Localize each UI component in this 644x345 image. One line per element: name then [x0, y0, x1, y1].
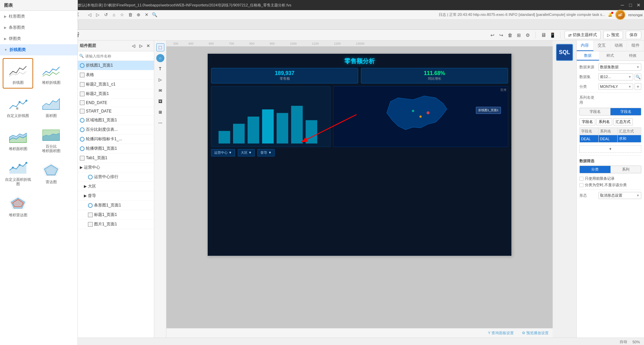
notification-dot: [611, 12, 613, 14]
summary-toggle-btn[interactable]: 汇总方式: [613, 118, 633, 125]
add-category-btn[interactable]: +: [635, 83, 641, 90]
close-panel-icon[interactable]: ✕: [145, 43, 151, 49]
filter-btn-3[interactable]: 督导 ▼: [257, 149, 275, 156]
maximize-button[interactable]: □: [628, 2, 633, 8]
field-name-cell: DEAL: [580, 135, 599, 143]
series-name-toggle-btn[interactable]: 系列名: [596, 118, 612, 125]
notification-button[interactable]: 🔔: [608, 13, 613, 17]
map-label: 亚洲: [500, 88, 506, 92]
more-icon-btn[interactable]: ⋯: [156, 119, 164, 127]
play-icon-btn[interactable]: ▷: [156, 76, 164, 84]
expand-right-icon[interactable]: ▷: [138, 43, 144, 49]
layer-item-____1___1[interactable]: 轮播饼图1_页面1: [77, 144, 154, 153]
tab-bar: 📊 9097212_任格格_...主题分析.fvs ×: [0, 20, 644, 30]
dataset-value[interactable]: 前12... ▼: [598, 73, 633, 80]
monitor-icon[interactable]: 🖥: [540, 31, 547, 39]
user-avatar[interactable]: aF: [615, 10, 625, 20]
layer-item-___1___1[interactable]: 折线图1_页面1: [77, 61, 154, 70]
toolbar-home-btn[interactable]: ⌂: [110, 11, 118, 19]
filter-series-btn[interactable]: 系列: [611, 166, 641, 173]
checkbox-2-label: 分类为空时,不显示该分类: [585, 182, 627, 188]
category-value[interactable]: MONTHLY ▼: [598, 83, 633, 90]
zoom-label: 50%: [632, 340, 640, 344]
layer-item-END_DATE[interactable]: END_DATE: [77, 99, 154, 107]
toolbar-back-btn[interactable]: ◁: [86, 11, 93, 19]
query-panel-link[interactable]: Y 查询面板设置: [488, 330, 514, 336]
tab-content[interactable]: 内容: [577, 41, 594, 51]
checkbox-2[interactable]: [579, 183, 583, 187]
layer-item-__1___1[interactable]: 图片1_页面1: [77, 220, 154, 229]
layer-item-Tab1___1[interactable]: Tab1_页面1: [77, 153, 154, 163]
component-icon-btn[interactable]: ⬚: [156, 43, 164, 51]
toolbar-search-icon[interactable]: 🔍: [151, 11, 158, 19]
layer-item-______[interactable]: 运营中心排行: [77, 172, 154, 182]
data-source-value[interactable]: 数据集数据 ▼: [598, 64, 641, 71]
subtab-data[interactable]: 数据: [577, 51, 599, 60]
layer-item-__[interactable]: ▶大区: [77, 182, 154, 191]
series-name-row: 系列名使用: [579, 95, 641, 105]
ruler-tick: 400: [188, 42, 193, 45]
collapse-left-icon[interactable]: ◁: [130, 43, 136, 49]
redo-btn[interactable]: ↪: [498, 31, 505, 39]
field-row-1[interactable]: DEAL DEAL 求和: [580, 135, 641, 143]
layer-item-____[interactable]: ▶运营中心: [77, 163, 154, 172]
search-box: 🔍: [77, 51, 154, 61]
toolbar-forward-btn[interactable]: ▷: [94, 11, 101, 19]
minimize-button[interactable]: ─: [620, 2, 625, 8]
field-name-toggle-btn[interactable]: 字段名: [579, 118, 595, 125]
layer-item-START_DATE[interactable]: START_DATE: [77, 107, 154, 116]
chart-circle-btn[interactable]: ○: [156, 54, 164, 62]
subtab-effect[interactable]: 特效: [622, 51, 644, 60]
layer-item-____1___1[interactable]: 区域地图1_页面1: [77, 116, 154, 125]
field-name-btn[interactable]: 字段名: [580, 108, 611, 115]
svg-rect-21: [262, 109, 274, 144]
settings-btn[interactable]: ⚙: [524, 31, 531, 39]
toolbar-star-btn[interactable]: ☆: [118, 11, 126, 19]
layer-item-__________[interactable]: 百分比刻度仪表...: [77, 125, 154, 134]
trash-btn[interactable]: 🗑: [506, 31, 514, 39]
sql-icon-btn[interactable]: SQL: [556, 44, 573, 61]
filter-btn-1[interactable]: 运营中心 ▼: [211, 149, 235, 156]
series-name-active-btn[interactable]: 字段名: [611, 108, 641, 115]
subtab-style[interactable]: 样式: [599, 51, 621, 60]
shape-value[interactable]: 取消形态设置 ▼: [598, 192, 641, 199]
component-search-input[interactable]: [85, 54, 152, 58]
layers-icon-btn[interactable]: ⊞: [156, 108, 164, 116]
filter-btn-2[interactable]: 大区 ▼: [238, 149, 255, 156]
chart-cat-pie[interactable]: ▶ 饼图类: [77, 41, 77, 44]
ruler-tick: 200: [173, 42, 178, 45]
chart-cat-line[interactable]: ▼ 折线图类: [77, 44, 77, 55]
report-canvas[interactable]: 零售额分析 189,937 零售额 111.68% 同比增长: [207, 53, 512, 256]
tab-interact[interactable]: 交互: [594, 41, 611, 51]
window-controls[interactable]: ─ □ ✕: [620, 2, 641, 8]
tablet-icon[interactable]: 📱: [549, 31, 556, 39]
layer-item-__[interactable]: 表格: [77, 70, 154, 80]
undo-btn[interactable]: ↩: [489, 31, 496, 39]
text-icon-btn[interactable]: T: [156, 65, 164, 73]
layer-item-__2___1[interactable]: 标题2_页面1: [77, 89, 154, 99]
tab-animation[interactable]: 动画: [611, 41, 627, 51]
save-button[interactable]: 保存: [626, 31, 641, 39]
preview-play-link[interactable]: ⚙ 预览播放设置: [522, 330, 549, 336]
dataset-search-btn[interactable]: 🔍: [635, 74, 641, 80]
mail-icon-btn[interactable]: ✉: [156, 87, 164, 95]
checkbox-1[interactable]: [579, 177, 583, 181]
switch-theme-button[interactable]: ⇄ 切换主题样式: [565, 31, 601, 39]
layer-item-___1___1[interactable]: 条形图1_页面1: [77, 201, 154, 210]
image-icon-btn[interactable]: 🖼: [156, 97, 164, 105]
toolbar-refresh-btn[interactable]: ↺: [102, 11, 110, 19]
toolbar-target-btn[interactable]: ⊕: [135, 11, 142, 19]
layer-item-__[interactable]: ▶督导: [77, 191, 154, 201]
toolbar-stop-btn[interactable]: ✕: [143, 11, 150, 19]
tab-component[interactable]: 组件: [627, 41, 644, 51]
layer-item-__1___1[interactable]: 标题1_页面1: [77, 210, 154, 220]
preview-button[interactable]: ▷ 预览: [603, 31, 623, 39]
filter-category-btn[interactable]: 分类: [580, 166, 611, 173]
layer-item-_______1____[interactable]: 轮播闪标指标卡1_...: [77, 134, 154, 144]
status-text: 日志 | 正常:20:43:40 http-nio-8075-exec-6 IN…: [439, 12, 605, 17]
layer-item-__2___1_c1[interactable]: 标题2_页面1_c1: [77, 80, 154, 89]
close-button[interactable]: ✕: [636, 2, 641, 8]
add-row-btn[interactable]: +: [579, 145, 641, 153]
toolbar-delete-btn[interactable]: 🗑: [127, 11, 134, 19]
grid-btn[interactable]: ⊞: [515, 31, 523, 39]
